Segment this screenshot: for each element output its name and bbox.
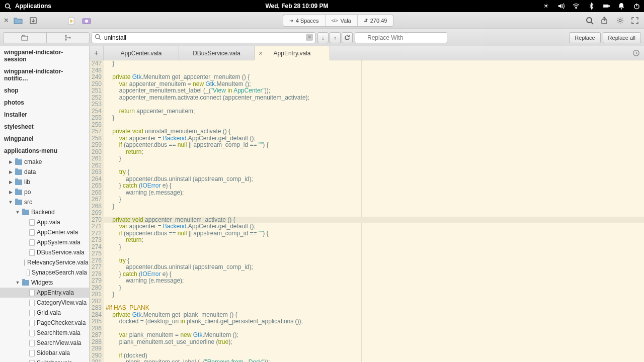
tree-AppSystem.vala[interactable]: AppSystem.vala — [0, 237, 89, 247]
tree-Sidebar.vala[interactable]: Sidebar.vala — [0, 348, 89, 358]
new-tab-button[interactable]: + — [90, 46, 104, 60]
file-view-toggle[interactable] — [4, 33, 47, 43]
maximize-button[interactable] — [629, 15, 641, 27]
project-2[interactable]: shop — [0, 84, 89, 97]
project-7[interactable]: applications-menu — [0, 145, 89, 157]
snapshot-button[interactable] — [80, 15, 93, 27]
bluetooth-icon[interactable] — [588, 3, 595, 10]
open-file-button[interactable] — [12, 15, 24, 27]
tree-CategoryView.vala[interactable]: CategoryView.vala — [0, 298, 89, 308]
svg-point-19 — [65, 39, 66, 40]
status-pills: ⇥4 Spaces </>Vala ⇵270.49 — [283, 15, 394, 27]
save-button[interactable] — [27, 15, 39, 27]
svg-rect-5 — [604, 5, 608, 7]
tree-DBusService.vala[interactable]: DBusService.vala — [0, 247, 89, 257]
svg-rect-17 — [22, 36, 28, 40]
tree-SearchItem.vala[interactable]: SearchItem.vala — [0, 328, 89, 338]
tab-DBusService.vala[interactable]: DBusService.vala — [179, 46, 255, 60]
project-4[interactable]: installer — [0, 109, 89, 121]
svg-line-22 — [99, 38, 101, 39]
search-toolbar: ✕ ↓ ↑ Replace Replace all — [0, 29, 644, 46]
svg-point-6 — [621, 8, 622, 9]
position-pill[interactable]: ⇵270.49 — [358, 15, 393, 26]
tab-AppEntry.vala[interactable]: ×AppEntry.vala — [255, 46, 330, 60]
editor-toolbar: ✕ ⇥4 Spaces </>Vala ⇵270.49 — [0, 12, 644, 29]
volume-icon[interactable] — [557, 3, 565, 10]
power-icon[interactable] — [633, 3, 640, 10]
wifi-icon[interactable] — [573, 3, 580, 10]
svg-point-18 — [65, 35, 66, 36]
tab-bar: + AppCenter.valaDBusService.vala×AppEntr… — [90, 46, 644, 60]
svg-point-2 — [576, 8, 577, 9]
settings-button[interactable] — [614, 15, 626, 27]
tree-Backend[interactable]: ▼Backend — [0, 207, 89, 217]
tree-SearchView.vala[interactable]: SearchView.vala — [0, 338, 89, 348]
svg-point-0 — [5, 4, 9, 8]
tree-lib[interactable]: ▶lib — [0, 177, 89, 187]
system-topbar: Applications Wed, Feb 28 10:09 PM ☀ — [0, 0, 644, 12]
symbol-view-toggle[interactable] — [47, 33, 90, 43]
search-icon — [95, 34, 101, 40]
language-pill[interactable]: </>Vala — [326, 15, 358, 26]
search-input[interactable] — [92, 32, 315, 43]
project-1[interactable]: wingpanel-indicator-notific… — [0, 65, 89, 84]
clear-search-icon[interactable]: ✕ — [306, 34, 313, 41]
sidebar-view-toggle[interactable] — [3, 32, 90, 43]
history-icon[interactable] — [632, 49, 640, 57]
brightness-icon[interactable]: ☀ — [542, 3, 549, 10]
project-3[interactable]: photos — [0, 97, 89, 109]
tree-Grid.vala[interactable]: Grid.vala — [0, 308, 89, 318]
replace-all-button[interactable]: Replace all — [603, 32, 641, 43]
sidebar[interactable]: wingpanel-indicator-sessionwingpanel-ind… — [0, 46, 90, 362]
tree-data[interactable]: ▶data — [0, 167, 89, 177]
main-area: wingpanel-indicator-sessionwingpanel-ind… — [0, 46, 644, 362]
project-5[interactable]: stylesheet — [0, 121, 89, 133]
svg-point-13 — [587, 18, 592, 23]
battery-icon[interactable] — [603, 3, 610, 10]
tree-Switcher.vala[interactable]: Switcher.vala — [0, 358, 89, 362]
close-button[interactable]: ✕ — [3, 18, 9, 24]
notifications-icon[interactable] — [618, 3, 625, 10]
applications-label[interactable]: Applications — [15, 3, 51, 10]
svg-line-1 — [9, 7, 10, 9]
editor-pane: + AppCenter.valaDBusService.vala×AppEntr… — [90, 46, 644, 362]
replace-input[interactable] — [355, 32, 447, 43]
tree-AppEntry.vala[interactable]: AppEntry.vala — [0, 288, 89, 298]
project-0[interactable]: wingpanel-indicator-session — [0, 46, 89, 65]
clock[interactable]: Wed, Feb 28 10:09 PM — [51, 3, 542, 10]
tree-PageChecker.vala[interactable]: PageChecker.vala — [0, 318, 89, 328]
tree-Widgets[interactable]: ▼Widgets — [0, 278, 89, 288]
code-editor[interactable]: 2472482492502512522532542552562572582592… — [90, 60, 644, 362]
revert-button[interactable] — [65, 15, 77, 27]
tab-AppCenter.vala[interactable]: AppCenter.vala — [104, 46, 179, 60]
svg-point-20 — [69, 37, 70, 38]
svg-line-14 — [591, 22, 593, 24]
find-next-button[interactable]: ↓ — [317, 32, 329, 43]
tree-SynapseSearch.vala[interactable]: SynapseSearch.vala — [0, 267, 89, 278]
indent-pill[interactable]: ⇥4 Spaces — [283, 15, 326, 26]
svg-point-16 — [619, 19, 621, 22]
tree-cmake[interactable]: ▶cmake — [0, 157, 89, 167]
cycle-button[interactable] — [342, 32, 353, 43]
tree-App.vala[interactable]: App.vala — [0, 217, 89, 227]
tree-RelevancyService.vala[interactable]: RelevancyService.vala — [0, 257, 89, 267]
project-6[interactable]: wingpanel — [0, 133, 89, 145]
tree-AppCenter.vala[interactable]: AppCenter.vala — [0, 227, 89, 237]
share-button[interactable] — [599, 15, 611, 27]
tree-src[interactable]: ▼src — [0, 197, 89, 207]
svg-point-12 — [85, 20, 88, 23]
svg-point-21 — [96, 34, 100, 38]
search-icon[interactable] — [4, 3, 11, 10]
find-button[interactable] — [584, 15, 596, 27]
replace-button[interactable]: Replace — [569, 32, 600, 43]
close-tab-icon[interactable]: × — [259, 49, 263, 57]
svg-rect-4 — [609, 6, 609, 7]
tree-po[interactable]: ▶po — [0, 187, 89, 197]
find-prev-button[interactable]: ↑ — [330, 32, 341, 43]
